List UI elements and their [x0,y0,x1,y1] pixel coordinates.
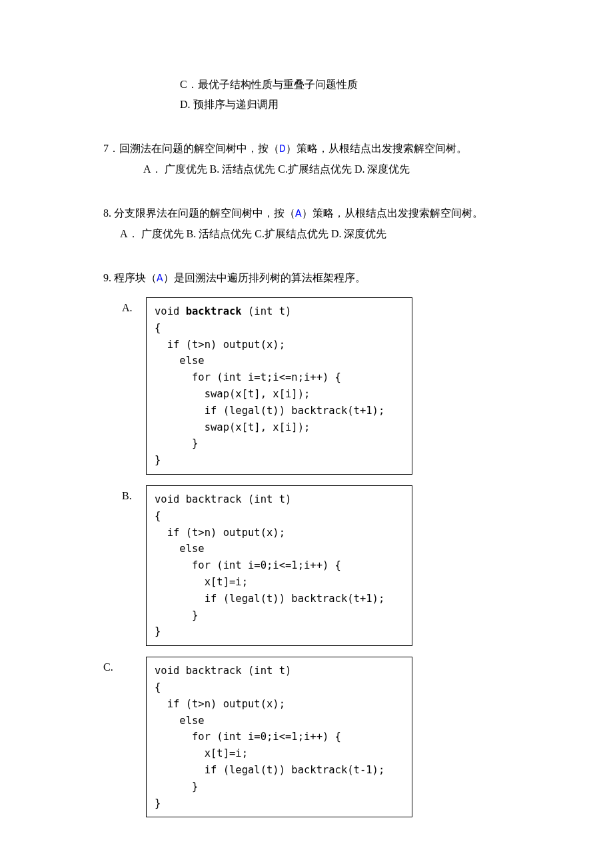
code-c-l1: void backtrack (int t) [155,665,291,677]
q8-text-post: ）策略，从根结点出发搜索解空间树。 [302,207,483,219]
code-c-l7: if (legal(t)) backtrack(t-1); [155,764,384,776]
code-a-l4: else [155,355,205,367]
code-b-l5: for (int i=0;i<=1;i++) { [155,559,341,571]
q8-text-pre: 8. 分支限界法在问题的解空间树中，按（ [103,207,295,219]
code-a-l1b: backtrack [186,305,242,317]
code-c-l4: else [155,715,205,727]
code-c-l3: if (t>n) output(x); [155,698,285,710]
prior-option-c: C．最优子结构性质与重叠子问题性质 [103,77,533,93]
prior-option-d: D. 预排序与递归调用 [103,97,533,113]
question-7: 7．回溯法在问题的解空间树中，按（D）策略，从根结点出发搜索解空间树。 [103,141,533,157]
code-b-l1: void backtrack (int t) [155,493,291,505]
code-option-b: B. void backtrack (int t) { if (t>n) out… [103,485,533,646]
code-b-l9: } [155,625,161,637]
code-b-l8: } [155,609,198,621]
code-option-c: C. void backtrack (int t) { if (t>n) out… [103,657,533,817]
q7-text-pre: 7．回溯法在问题的解空间树中，按（ [103,143,279,154]
code-b-l7: if (legal(t)) backtrack(t+1); [155,593,384,605]
code-b-l6: x[t]=i; [155,576,248,588]
code-a-box: void backtrack (int t) { if (t>n) output… [146,297,412,475]
code-c-l2: { [155,681,161,693]
question-9: 9. 程序块（A）是回溯法中遍历排列树的算法框架程序。 [103,270,533,287]
document-page: C．最优子结构性质与重叠子问题性质 D. 预排序与递归调用 7．回溯法在问题的解… [0,0,613,868]
code-a-l10: } [155,454,161,466]
code-b-l4: else [155,543,205,555]
q8-options: A． 广度优先 B. 活结点优先 C.扩展结点优先 D. 深度优先 [103,226,533,242]
q7-text-post: ）策略，从根结点出发搜索解空间树。 [286,143,467,154]
code-c-label: C. [103,657,146,675]
code-c-l9: } [155,797,161,809]
code-a-l9: } [155,437,198,449]
code-b-box: void backtrack (int t) { if (t>n) output… [146,485,412,646]
code-b-label: B. [122,485,146,504]
question-8: 8. 分支限界法在问题的解空间树中，按（A）策略，从根结点出发搜索解空间树。 [103,205,533,222]
code-a-l1c: (int t) [242,305,292,317]
code-c-l8: } [155,781,198,793]
code-a-l6: swap(x[t], x[i]); [155,388,310,400]
code-a-l1a: void [155,305,186,317]
code-a-l3: if (t>n) output(x); [155,339,285,351]
q9-text-pre: 9. 程序块（ [103,272,157,283]
q7-options: A． 广度优先 B. 活结点优先 C.扩展结点优先 D. 深度优先 [103,161,533,177]
code-c-l6: x[t]=i; [155,747,248,759]
code-b-l2: { [155,510,161,522]
code-c-l5: for (int i=0;i<=1;i++) { [155,731,341,743]
code-a-l8: swap(x[t], x[i]); [155,421,310,433]
code-a-l5: for (int i=t;i<=n;i++) { [155,371,341,383]
q9-text-post: ）是回溯法中遍历排列树的算法框架程序。 [163,272,366,283]
code-a-l7: if (legal(t)) backtrack(t+1); [155,405,384,417]
q9-answer: A [157,273,163,285]
code-a-label: A. [122,297,146,316]
q7-answer: D [279,143,286,155]
code-a-l2: { [155,322,161,334]
q8-answer: A [295,208,302,220]
code-c-box: void backtrack (int t) { if (t>n) output… [146,657,412,817]
code-b-l3: if (t>n) output(x); [155,527,285,539]
code-option-a: A. void backtrack (int t) { if (t>n) out… [103,297,533,475]
